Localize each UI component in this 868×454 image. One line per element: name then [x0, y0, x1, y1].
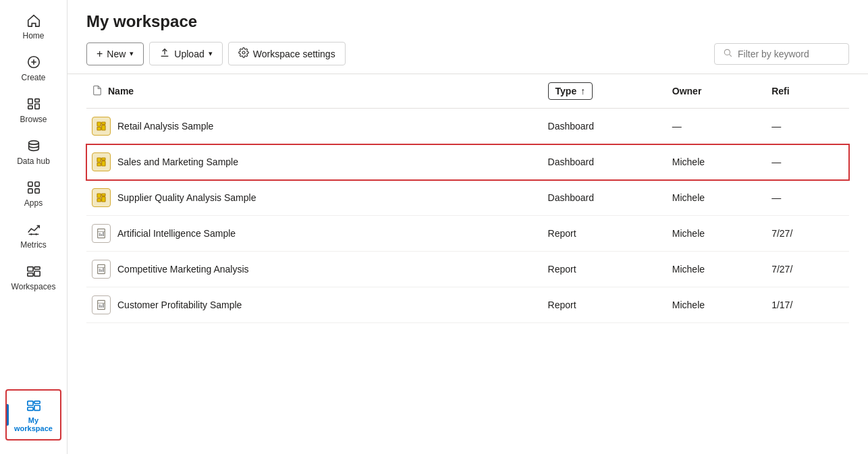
col-header-name: Name [86, 74, 543, 109]
row-name: Supplier Quality Analysis Sample [117, 192, 256, 203]
svg-rect-52 [99, 304, 101, 308]
filter-input[interactable] [738, 49, 839, 59]
svg-rect-53 [101, 306, 102, 308]
sidebar-item-browse-label: Browse [20, 115, 47, 124]
dashboard-icon [92, 152, 111, 171]
table-wrap: Name Type ↑ Owner Refi [67, 74, 868, 454]
svg-line-27 [730, 54, 732, 56]
search-icon [723, 48, 732, 60]
row-name: Sales and Marketing Sample [117, 157, 238, 167]
svg-rect-5 [28, 106, 32, 109]
sidebar-item-home[interactable]: Home [0, 5, 67, 47]
sidebar-item-my-workspace[interactable]: My workspace [5, 389, 61, 441]
table-row[interactable]: Customer Profitability Sample ReportMich… [86, 287, 849, 323]
row-owner: Michele [667, 252, 766, 287]
svg-rect-11 [34, 189, 38, 193]
datahub-icon [26, 138, 42, 154]
items-table: Name Type ↑ Owner Refi [86, 74, 849, 323]
plus-icon: + [97, 48, 103, 60]
row-name: Customer Profitability Sample [117, 300, 242, 310]
row-type: Report [543, 252, 667, 287]
row-owner: — [667, 109, 766, 144]
sidebar-item-apps[interactable]: Apps [0, 173, 67, 215]
toolbar: + New ▾ Upload ▾ [86, 42, 849, 65]
svg-rect-39 [102, 197, 105, 202]
table-row[interactable]: Sales and Marketing Sample DashboardMich… [86, 144, 849, 180]
row-type: Report [543, 287, 667, 323]
svg-rect-44 [103, 232, 104, 236]
settings-icon [238, 47, 249, 60]
svg-rect-54 [103, 304, 104, 308]
svg-rect-34 [97, 163, 101, 166]
sidebar-item-home-label: Home [22, 31, 44, 40]
svg-rect-36 [97, 194, 101, 198]
file-icon [92, 85, 103, 98]
table-row[interactable]: Retail Analysis Sample Dashboard—— [86, 109, 849, 144]
report-icon [92, 260, 111, 279]
upload-button[interactable]: Upload ▾ [149, 42, 222, 65]
sidebar-item-browse[interactable]: Browse [0, 89, 67, 131]
upload-icon [159, 47, 170, 60]
sidebar-item-workspaces[interactable]: Workspaces [0, 256, 67, 298]
row-owner: Michele [667, 216, 766, 252]
main-content: My workspace + New ▾ Upload ▾ [67, 0, 868, 454]
table-header-row: Name Type ↑ Owner Refi [86, 74, 849, 109]
svg-rect-6 [34, 104, 38, 109]
row-refresh: 7/27/ [766, 252, 849, 287]
sidebar-item-workspaces-label: Workspaces [11, 282, 56, 291]
table-row[interactable]: Supplier Quality Analysis Sample Dashboa… [86, 180, 849, 216]
row-name: Artificial Intelligence Sample [117, 228, 236, 239]
svg-rect-49 [103, 268, 104, 272]
sidebar-item-datahub-label: Data hub [17, 157, 50, 166]
row-owner: Michele [667, 287, 766, 323]
svg-rect-15 [27, 267, 32, 271]
table-body: Retail Analysis Sample Dashboard—— Sales… [86, 109, 849, 323]
sidebar-item-metrics[interactable]: Metrics [0, 215, 67, 256]
report-icon [92, 224, 111, 243]
svg-rect-17 [27, 273, 32, 277]
svg-rect-32 [97, 158, 101, 162]
filter-input-wrap[interactable] [714, 43, 849, 65]
new-button-label: New [107, 49, 126, 59]
svg-rect-8 [28, 182, 32, 186]
row-type: Dashboard [543, 180, 667, 216]
svg-point-26 [724, 49, 730, 55]
new-button[interactable]: + New ▾ [86, 42, 144, 65]
home-icon [26, 12, 42, 28]
svg-rect-4 [34, 99, 38, 103]
dashboard-icon [92, 117, 111, 136]
row-refresh: — [766, 109, 849, 144]
svg-rect-19 [27, 401, 32, 405]
col-header-type[interactable]: Type ↑ [543, 74, 667, 109]
upload-chevron-icon: ▾ [209, 49, 213, 58]
row-type: Dashboard [543, 109, 667, 144]
new-chevron-icon: ▾ [130, 49, 134, 58]
svg-rect-20 [34, 401, 39, 404]
row-type: Report [543, 216, 667, 252]
row-name: Competitive Marketing Analysis [117, 264, 249, 275]
workspaces-icon [26, 263, 42, 279]
sidebar-item-datahub[interactable]: Data hub [0, 131, 67, 173]
svg-rect-22 [34, 405, 39, 410]
row-name: Retail Analysis Sample [117, 121, 213, 132]
sidebar-item-create[interactable]: Create [0, 47, 67, 89]
row-owner: Michele [667, 144, 766, 180]
create-icon [26, 54, 42, 70]
table-row[interactable]: Artificial Intelligence Sample ReportMic… [86, 216, 849, 252]
upload-button-label: Upload [174, 49, 204, 59]
workspace-settings-button[interactable]: Workspace settings [228, 42, 346, 65]
svg-rect-30 [97, 127, 101, 130]
metrics-icon [26, 221, 42, 237]
my-workspace-icon [26, 397, 42, 414]
svg-rect-38 [97, 198, 101, 202]
svg-rect-37 [102, 194, 105, 196]
svg-rect-21 [27, 407, 32, 411]
svg-rect-3 [28, 99, 32, 104]
table-row[interactable]: Competitive Marketing Analysis ReportMic… [86, 252, 849, 287]
row-owner: Michele [667, 180, 766, 216]
svg-rect-42 [99, 233, 101, 236]
sidebar-item-create-label: Create [21, 73, 45, 82]
row-refresh: — [766, 144, 849, 180]
sidebar-item-metrics-label: Metrics [20, 240, 47, 250]
apps-icon [26, 179, 42, 196]
